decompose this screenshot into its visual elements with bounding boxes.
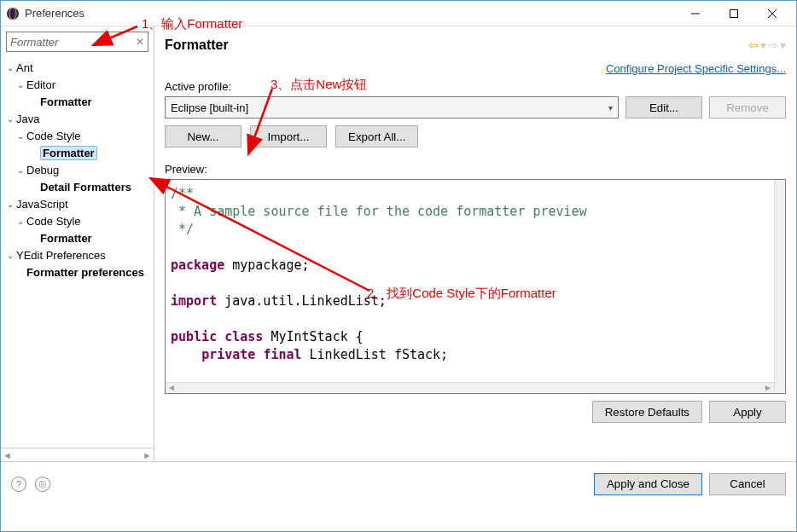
preferences-tree-sidebar: ✕ ⌄Ant⌄EditorFormatter⌄Java⌄Code StyleFo… — [1, 26, 154, 461]
apply-button[interactable]: Apply — [709, 401, 786, 423]
tree-item-yedit-preferences[interactable]: ⌄YEdit Preferences — [1, 246, 154, 263]
formatter-pane: Formatter ⇦ ▾ ⇨ ▾ Configure Project Spec… — [154, 26, 796, 461]
preview-code: /** * A sample source file for the code … — [166, 180, 785, 369]
twisty-icon[interactable]: ⌄ — [15, 80, 26, 90]
nav-back-icon[interactable]: ⇦ — [748, 38, 759, 52]
remove-button: Remove — [709, 96, 786, 119]
tree-item-label: Formatter preferences — [26, 266, 144, 279]
tree-item-label: Detail Formatters — [40, 181, 131, 194]
minimize-button[interactable] — [676, 2, 714, 26]
nav-forward-menu-icon[interactable]: ▾ — [780, 38, 786, 52]
active-profile-label: Active profile: — [165, 80, 786, 93]
tree-item-formatter-preferences[interactable]: Formatter preferences — [1, 263, 154, 280]
tree-item-code-style[interactable]: ⌄Code Style — [1, 127, 154, 144]
tree-item-label: Formatter — [40, 95, 92, 108]
chevron-down-icon: ▾ — [608, 103, 613, 113]
apply-and-close-button[interactable]: Apply and Close — [594, 473, 702, 495]
tree-item-editor[interactable]: ⌄Editor — [1, 76, 154, 93]
svg-rect-3 — [730, 9, 737, 17]
twisty-icon[interactable]: ⌄ — [15, 217, 26, 226]
eclipse-icon — [6, 7, 20, 20]
preferences-tree[interactable]: ⌄Ant⌄EditorFormatter⌄Java⌄Code StyleForm… — [1, 57, 154, 448]
twisty-icon[interactable]: ⌄ — [4, 63, 16, 72]
tree-item-label: JavaScript — [16, 198, 68, 211]
window-title: Preferences — [25, 7, 84, 20]
close-button[interactable] — [753, 2, 791, 26]
import-export-icon[interactable]: ◎ — [35, 477, 50, 492]
tree-item-javascript[interactable]: ⌄JavaScript — [1, 195, 154, 212]
filter-input[interactable] — [10, 36, 136, 49]
tree-item-label: Java — [16, 113, 39, 125]
nav-forward-icon[interactable]: ⇨ — [768, 38, 778, 52]
tree-item-label: YEdit Preferences — [16, 249, 106, 262]
svg-point-0 — [7, 8, 19, 20]
tree-item-debug[interactable]: ⌄Debug — [1, 161, 154, 178]
export-all-button[interactable]: Export All... — [335, 125, 418, 147]
tree-item-label: Debug — [26, 164, 59, 176]
active-profile-select[interactable]: Eclipse [built-in] ▾ — [165, 96, 619, 119]
tree-item-label: Formatter — [40, 232, 92, 245]
preview-vscroll[interactable] — [774, 180, 785, 393]
cancel-button[interactable]: Cancel — [709, 473, 786, 495]
clear-filter-icon[interactable]: ✕ — [136, 36, 144, 48]
tree-item-label: Code Style — [26, 215, 81, 228]
tree-item-detail-formatters[interactable]: Detail Formatters — [1, 178, 154, 195]
preview-hscroll[interactable]: ◄► — [166, 382, 774, 393]
twisty-icon[interactable]: ⌄ — [4, 251, 16, 260]
tree-item-label: Editor — [26, 78, 55, 91]
nav-history: ⇦ ▾ ⇨ ▾ — [748, 38, 786, 52]
active-profile-value: Eclipse [built-in] — [171, 101, 248, 114]
tree-item-java[interactable]: ⌄Java — [1, 110, 154, 127]
edit-button[interactable]: Edit... — [625, 96, 702, 119]
configure-project-link[interactable]: Configure Project Specific Settings... — [606, 62, 786, 75]
code-preview: /** * A sample source file for the code … — [165, 179, 786, 394]
tree-item-formatter[interactable]: Formatter — [1, 229, 154, 246]
restore-defaults-button[interactable]: Restore Defaults — [592, 401, 702, 423]
nav-back-menu-icon[interactable]: ▾ — [760, 38, 766, 52]
titlebar: Preferences — [1, 1, 796, 26]
tree-item-label: Formatter — [40, 146, 97, 160]
import-button[interactable]: Import... — [250, 125, 327, 147]
tree-item-formatter[interactable]: Formatter — [1, 144, 154, 161]
tree-item-formatter[interactable]: Formatter — [1, 93, 154, 110]
sidebar-hscroll[interactable]: ◄► — [1, 448, 154, 461]
preview-label: Preview: — [165, 163, 786, 176]
tree-item-code-style[interactable]: ⌄Code Style — [1, 212, 154, 229]
filter-input-wrap: ✕ — [6, 32, 148, 52]
tree-item-label: Code Style — [26, 130, 81, 142]
twisty-icon[interactable]: ⌄ — [15, 165, 26, 175]
help-icon[interactable]: ? — [11, 477, 26, 492]
twisty-icon[interactable]: ⌄ — [15, 131, 26, 141]
twisty-icon[interactable]: ⌄ — [4, 200, 16, 209]
tree-item-label: Ant — [16, 61, 33, 74]
maximize-button[interactable] — [714, 2, 753, 26]
new-button[interactable]: New... — [165, 125, 241, 147]
page-heading: Formatter — [165, 38, 229, 53]
tree-item-ant[interactable]: ⌄Ant — [1, 59, 154, 76]
twisty-icon[interactable]: ⌄ — [4, 114, 16, 124]
dialog-footer: ? ◎ Apply and Close Cancel — [1, 461, 796, 506]
